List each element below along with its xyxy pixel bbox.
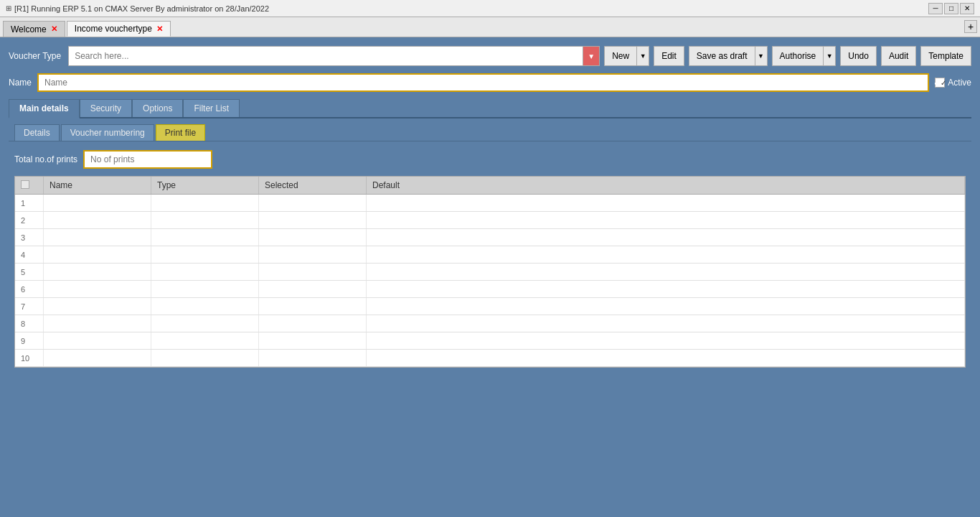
maximize-button[interactable]: □: [944, 3, 958, 14]
table-row: 10: [15, 350, 965, 367]
new-button[interactable]: New: [604, 46, 636, 66]
tab-options[interactable]: Options: [132, 99, 183, 117]
row-selected[interactable]: [259, 298, 367, 315]
row-default[interactable]: [367, 315, 965, 332]
sub-tab-voucher-numbering[interactable]: Voucher numbering: [61, 124, 154, 141]
row-type[interactable]: [151, 212, 259, 228]
new-button-group: New ▼: [604, 46, 649, 66]
row-selected[interactable]: [259, 315, 367, 332]
row-number: 1: [15, 195, 44, 211]
tab-security[interactable]: Security: [80, 99, 132, 117]
row-name[interactable]: [44, 315, 151, 332]
row-number: 3: [15, 229, 44, 246]
table-row: 3: [15, 229, 965, 246]
tab-income-vouchertype-close[interactable]: ✕: [156, 24, 163, 34]
header-checkbox[interactable]: [21, 180, 29, 189]
row-default[interactable]: [367, 195, 965, 211]
table-row: 7: [15, 298, 965, 315]
authorise-button-group: Authorise ▼: [772, 46, 837, 66]
authorise-dropdown-button[interactable]: ▼: [823, 46, 836, 66]
row-default[interactable]: [367, 212, 965, 228]
tab-main-details[interactable]: Main details: [9, 99, 80, 118]
row-type[interactable]: [151, 246, 259, 263]
row-selected[interactable]: [259, 212, 367, 228]
row-selected[interactable]: [259, 332, 367, 349]
row-default[interactable]: [367, 298, 965, 315]
row-number: 8: [15, 315, 44, 332]
window-controls: ─ □ ✕: [928, 3, 974, 14]
row-type[interactable]: [151, 195, 259, 211]
total-prints-label: Total no.of prints: [14, 154, 77, 164]
row-type[interactable]: [151, 264, 259, 280]
total-prints-input[interactable]: [83, 150, 212, 169]
tab-welcome[interactable]: Welcome ✕: [3, 21, 65, 37]
row-name[interactable]: [44, 264, 151, 280]
row-default[interactable]: [367, 229, 965, 246]
undo-button[interactable]: Undo: [840, 46, 877, 66]
row-name[interactable]: [44, 281, 151, 297]
row-number: 10: [15, 350, 44, 366]
new-dropdown-button[interactable]: ▼: [636, 46, 649, 66]
row-number: 5: [15, 264, 44, 280]
grid-header-selected: Selected: [259, 177, 367, 194]
save-as-draft-button[interactable]: Save as draft: [689, 46, 755, 66]
row-default[interactable]: [367, 350, 965, 366]
row-name[interactable]: [44, 195, 151, 211]
row-number: 2: [15, 212, 44, 228]
row-default[interactable]: [367, 281, 965, 297]
row-selected[interactable]: [259, 246, 367, 263]
row-default[interactable]: [367, 246, 965, 263]
row-name[interactable]: [44, 332, 151, 349]
edit-button[interactable]: Edit: [654, 46, 684, 66]
row-selected[interactable]: [259, 229, 367, 246]
row-type[interactable]: [151, 281, 259, 297]
authorise-button[interactable]: Authorise: [772, 46, 824, 66]
row-default[interactable]: [367, 332, 965, 349]
add-tab-button[interactable]: +: [964, 20, 977, 33]
tab-income-vouchertype[interactable]: Income vouchertype ✕: [67, 21, 171, 37]
tab-bar: Welcome ✕ Income vouchertype ✕ +: [0, 17, 980, 37]
row-name[interactable]: [44, 246, 151, 263]
row-selected[interactable]: [259, 350, 367, 366]
table-row: 2: [15, 212, 965, 229]
row-name[interactable]: [44, 350, 151, 366]
voucher-type-search-input[interactable]: [68, 46, 600, 66]
row-type[interactable]: [151, 229, 259, 246]
row-type[interactable]: [151, 350, 259, 366]
row-name[interactable]: [44, 229, 151, 246]
grid-header: Name Type Selected Default: [15, 177, 965, 195]
row-selected[interactable]: [259, 264, 367, 280]
row-name[interactable]: [44, 298, 151, 315]
row-selected[interactable]: [259, 281, 367, 297]
row-type[interactable]: [151, 315, 259, 332]
row-name[interactable]: [44, 212, 151, 228]
app-icon: ⊞: [6, 4, 11, 12]
name-input[interactable]: [37, 73, 929, 92]
close-button[interactable]: ✕: [960, 3, 974, 14]
search-dropdown-button[interactable]: ▼: [583, 46, 600, 66]
active-label: Active: [948, 78, 971, 88]
row-type[interactable]: [151, 332, 259, 349]
row-type[interactable]: [151, 298, 259, 315]
toolbar-row: Voucher Type ▼ New ▼ Edit Save as draft …: [9, 46, 971, 66]
template-button[interactable]: Template: [920, 46, 971, 66]
tab-welcome-label: Welcome: [11, 24, 47, 34]
row-selected[interactable]: [259, 195, 367, 211]
tab-filter-list[interactable]: Filter List: [183, 99, 240, 117]
save-as-draft-dropdown-button[interactable]: ▼: [755, 46, 768, 66]
table-row: 8: [15, 315, 965, 332]
active-checkbox[interactable]: ✓: [935, 78, 945, 88]
audit-button[interactable]: Audit: [881, 46, 916, 66]
tab-welcome-close[interactable]: ✕: [51, 24, 57, 34]
grid-header-type: Type: [151, 177, 259, 194]
sub-tab-details[interactable]: Details: [14, 124, 60, 141]
bottom-area: [9, 376, 971, 412]
row-number: 6: [15, 281, 44, 297]
grid-header-default: Default: [367, 177, 965, 194]
minimize-button[interactable]: ─: [928, 3, 943, 14]
row-default[interactable]: [367, 264, 965, 280]
table-row: 4: [15, 246, 965, 264]
grid-header-checkbox: [15, 177, 44, 194]
sub-tab-print-file[interactable]: Print file: [156, 124, 205, 141]
main-area: Voucher Type ▼ New ▼ Edit Save as draft …: [0, 37, 980, 517]
